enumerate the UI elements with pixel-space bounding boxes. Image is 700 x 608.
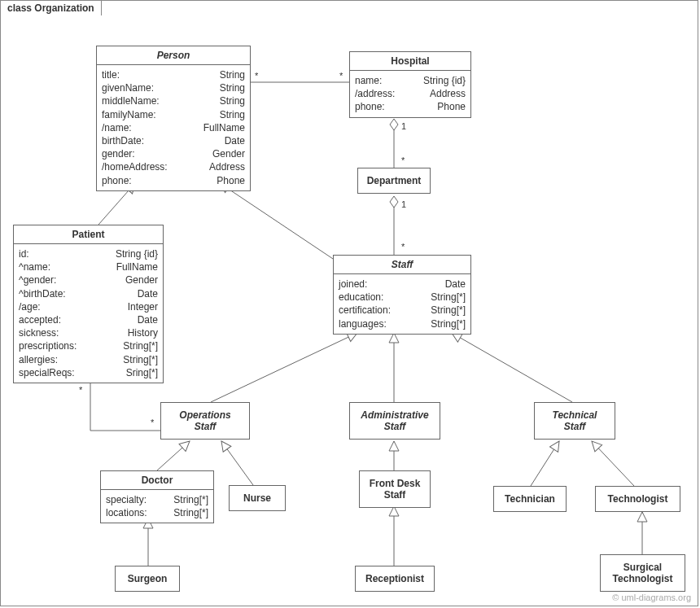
label: Staff <box>363 489 427 501</box>
attr-name: languages: <box>339 317 387 330</box>
mult-patient-opstaff-right: * <box>151 418 154 427</box>
class-staff: Staff joined:Date education:String[*] ce… <box>333 255 471 335</box>
attr-name: education: <box>339 291 383 304</box>
label: Administrative <box>361 409 428 421</box>
class-doctor-attrs: specialty:String[*] locations:String[*] <box>101 490 213 523</box>
svg-line-4 <box>220 183 343 265</box>
attr-type: Date <box>138 287 158 300</box>
attr-type: Phone <box>437 100 466 113</box>
attr-name: /name: <box>102 121 132 134</box>
class-doctor: Doctor specialty:String[*] locations:Str… <box>100 470 214 523</box>
svg-line-7 <box>452 333 572 402</box>
attr-type: Address <box>209 160 245 173</box>
attr-name: ^birthDate: <box>19 287 66 300</box>
mult-dept-staff-1: 1 <box>401 199 406 209</box>
attr-type: Date <box>225 134 245 147</box>
mult-person-hospital-right: * <box>339 71 343 81</box>
mult-person-hospital-left: * <box>255 71 258 81</box>
label: Staff <box>353 421 436 432</box>
class-administrative-staff: Administrative Staff <box>349 402 440 440</box>
class-person-attrs: title:String givenName:String middleName… <box>97 65 250 190</box>
attr-name: sickness: <box>19 326 59 339</box>
attr-type: String[*] <box>123 353 158 366</box>
class-patient: Patient id:String {id} ^name:FullName ^g… <box>13 225 164 383</box>
class-patient-attrs: id:String {id} ^name:FullName ^gender:Ge… <box>14 244 163 383</box>
class-doctor-title: Doctor <box>101 471 213 490</box>
label: Staff <box>164 421 246 432</box>
attr-type: FullName <box>203 121 245 134</box>
class-staff-title: Staff <box>334 256 470 274</box>
label: Technologist <box>604 573 681 584</box>
attr-type: String[*] <box>431 304 466 317</box>
svg-line-5 <box>211 333 357 402</box>
attr-name: allergies: <box>19 353 58 366</box>
attr-name: title: <box>102 68 120 81</box>
attr-type: FullName <box>116 260 158 273</box>
attr-name: middleName: <box>102 94 160 107</box>
attr-name: gender: <box>102 147 135 160</box>
class-patient-title: Patient <box>14 225 163 244</box>
class-department: Department <box>357 168 431 194</box>
mult-hospital-dept-star: * <box>401 155 405 165</box>
attr-type: Integer <box>128 300 158 313</box>
attr-name: accepted: <box>19 313 61 326</box>
svg-line-11 <box>531 441 559 486</box>
watermark: © uml-diagrams.org <box>612 593 691 602</box>
class-operations-staff: Operations Staff <box>160 402 250 440</box>
mult-dept-staff-star: * <box>401 242 405 252</box>
class-receptionist: Receptionist <box>355 566 435 592</box>
attr-name: joined: <box>339 278 367 291</box>
attr-name: /homeAddress: <box>102 160 168 173</box>
class-hospital: Hospital name:String {id} /address:Addre… <box>349 51 471 118</box>
attr-name: specialReqs: <box>19 366 75 379</box>
attr-type: String <box>220 94 245 107</box>
label: Technical <box>553 409 597 421</box>
class-front-desk-staff: Front Desk Staff <box>359 470 431 508</box>
attr-type: String[*] <box>173 493 208 506</box>
attr-name: /age: <box>19 300 41 313</box>
attr-type: Gender <box>212 147 245 160</box>
svg-line-8 <box>157 441 190 470</box>
attr-type: String[*] <box>123 339 158 352</box>
class-surgical-technologist: Surgical Technologist <box>600 554 685 592</box>
svg-line-12 <box>592 441 634 486</box>
svg-line-9 <box>221 441 253 485</box>
attr-type: Address <box>430 87 466 100</box>
attr-type: String[*] <box>431 317 466 330</box>
mult-patient-opstaff-left: * <box>79 385 82 395</box>
attr-type: Date <box>138 313 158 326</box>
class-nurse: Nurse <box>229 485 286 511</box>
attr-name: givenName: <box>102 81 154 94</box>
attr-type: String <box>220 68 245 81</box>
attr-type: Gender <box>125 273 158 287</box>
label: Staff <box>538 421 611 432</box>
attr-type: History <box>128 326 158 339</box>
attr-name: locations: <box>106 506 147 519</box>
class-technician: Technician <box>493 486 567 512</box>
attr-type: Date <box>445 278 466 291</box>
attr-name: birthDate: <box>102 134 144 147</box>
attr-type: String[*] <box>173 506 208 519</box>
attr-type: String <box>220 108 245 121</box>
attr-type: String <box>220 81 245 94</box>
attr-type: String {id} <box>116 247 158 260</box>
attr-name: phone: <box>102 174 132 187</box>
attr-type: String[*] <box>431 291 466 304</box>
class-surgeon: Surgeon <box>115 566 180 592</box>
label: Operations <box>179 409 230 421</box>
attr-name: certification: <box>339 304 391 317</box>
class-hospital-title: Hospital <box>350 52 470 71</box>
attr-name: phone: <box>355 100 385 113</box>
attr-name: prescriptions: <box>19 339 77 352</box>
mult-hospital-dept-1: 1 <box>401 121 406 131</box>
class-technical-staff: Technical Staff <box>534 402 615 440</box>
attr-type: Sring[*] <box>126 366 158 379</box>
class-hospital-attrs: name:String {id} /address:Address phone:… <box>350 71 470 117</box>
class-staff-attrs: joined:Date education:String[*] certific… <box>334 274 470 334</box>
attr-name: specialty: <box>106 493 147 506</box>
class-person: Person title:String givenName:String mid… <box>96 46 251 191</box>
attr-name: ^gender: <box>19 273 56 287</box>
attr-name: /address: <box>355 87 395 100</box>
attr-type: String {id} <box>423 74 466 87</box>
attr-name: name: <box>355 74 382 87</box>
